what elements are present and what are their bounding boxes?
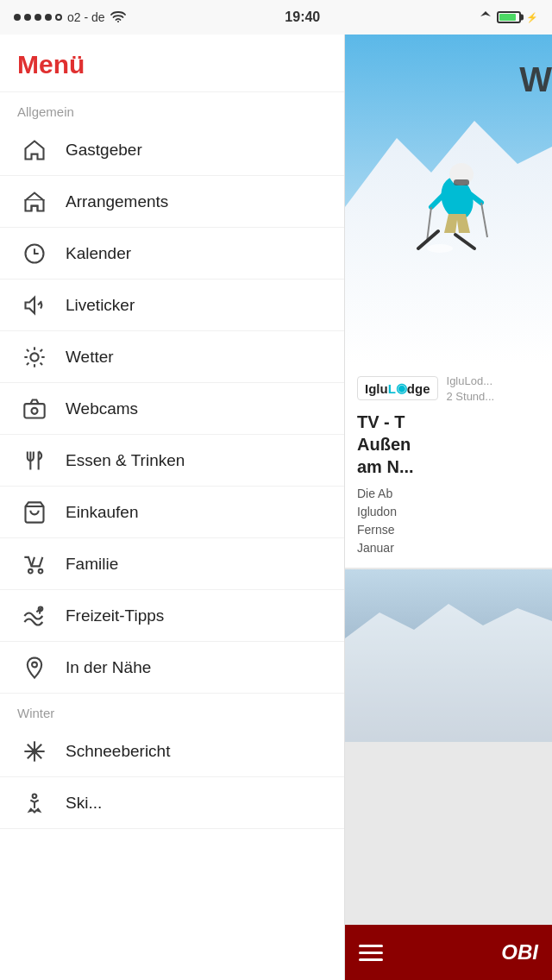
menu-item-schneebericht[interactable]: Schneebericht — [0, 726, 344, 777]
card-title: TV - TAußenam N... — [357, 411, 540, 478]
iglu-logo-row: Iglu L ◉ dge IgluLod... 2 Stund... — [357, 373, 540, 404]
ski-hero-image: W — [345, 35, 552, 362]
ham-line-1 — [359, 945, 383, 947]
signal-dots — [14, 14, 62, 21]
menu-label-gastgeber: Gastgeber — [66, 141, 142, 160]
menu-item-einkaufen[interactable]: Einkaufen — [0, 487, 344, 538]
iglu-meta: IgluLod... 2 Stund... — [447, 373, 495, 404]
menu-item-arrangements[interactable]: Arrangements — [0, 176, 344, 228]
pin-icon — [17, 650, 52, 685]
status-bar: o2 - de 19:40 ⚡ — [0, 0, 552, 35]
bottom-content-image — [345, 569, 552, 742]
menu-label-liveticker: Liveticker — [66, 296, 135, 315]
svg-point-2 — [30, 353, 38, 361]
svg-line-7 — [27, 349, 28, 350]
hamburger-button[interactable] — [359, 945, 383, 961]
menu-item-naehe[interactable]: In der Nähe — [0, 642, 344, 694]
content-card: Iglu L ◉ dge IgluLod... 2 Stund... TV - … — [345, 362, 552, 568]
home2-icon — [17, 185, 52, 219]
dot-1 — [14, 14, 21, 21]
menu-item-essen[interactable]: Essen & Trinken — [0, 435, 344, 487]
obi-label: OBI — [501, 940, 538, 964]
menu-label-naehe: In der Nähe — [66, 658, 151, 677]
stroller-icon — [17, 547, 52, 581]
right-panel: W Iglu L ◉ dge IgluLod... 2 Stund... TV … — [345, 35, 552, 980]
swimming-icon — [17, 599, 52, 633]
megaphone-icon — [17, 288, 52, 323]
svg-point-16 — [28, 569, 33, 573]
wifi-icon — [110, 10, 126, 25]
menu-label-kalender: Kalender — [66, 244, 131, 263]
iglu-o: L — [388, 381, 396, 396]
camera-icon — [17, 392, 52, 426]
bottom-bar: OBI — [345, 925, 552, 980]
menu-label-essen: Essen & Trinken — [66, 451, 185, 470]
clock-icon — [17, 236, 52, 271]
dot-2 — [24, 14, 31, 21]
dot-4 — [45, 14, 52, 21]
carrier-label: o2 - de — [67, 10, 105, 24]
dot-5 — [55, 14, 62, 21]
menu-title: Menü — [0, 35, 344, 92]
status-time: 19:40 — [285, 9, 320, 25]
section-allgemein-label: Allgemein — [0, 92, 344, 124]
card-desc: Die AbIgludonFernseJanuar — [357, 485, 540, 557]
menu-item-gastgeber[interactable]: Gastgeber — [0, 124, 344, 176]
menu-item-skilifte[interactable]: Ski... — [0, 777, 344, 829]
menu-label-skilifte: Ski... — [66, 794, 102, 813]
ham-line-2 — [359, 952, 383, 954]
menu-label-einkaufen: Einkaufen — [66, 503, 139, 522]
menu-item-webcams[interactable]: Webcams — [0, 383, 344, 435]
svg-rect-11 — [24, 404, 44, 418]
svg-line-10 — [27, 362, 28, 364]
menu-item-wetter[interactable]: Wetter — [0, 331, 344, 383]
menu-label-familie: Familie — [66, 555, 118, 574]
svg-point-17 — [39, 569, 43, 573]
svg-line-8 — [41, 362, 42, 364]
svg-rect-29 — [454, 179, 469, 185]
svg-point-12 — [32, 407, 38, 413]
sun-icon — [17, 340, 52, 374]
battery-icon — [497, 11, 521, 23]
svg-point-32 — [427, 244, 453, 253]
battery-fill — [499, 14, 516, 21]
iglu-name-overflow: IgluLod... — [447, 374, 493, 387]
menu-label-wetter: Wetter — [66, 348, 114, 367]
menu-label-arrangements: Arrangements — [66, 192, 168, 211]
svg-point-19 — [32, 662, 37, 667]
main-layout: Menü Allgemein Gastgeber Arrangements Ka… — [0, 35, 552, 980]
snowflake-icon — [17, 734, 52, 769]
menu-item-freizeit[interactable]: Freizeit-Tipps — [0, 590, 344, 642]
bag-icon — [17, 495, 52, 530]
iglu-time: 2 Stund... — [447, 390, 495, 403]
status-left: o2 - de — [14, 10, 126, 25]
menu-item-kalender[interactable]: Kalender — [0, 228, 344, 280]
menu-item-liveticker[interactable]: Liveticker — [0, 280, 344, 331]
dot-3 — [34, 14, 41, 21]
iglu-dot: ◉ — [396, 380, 407, 396]
charging-icon: ⚡ — [526, 12, 538, 23]
section-winter-label: Winter — [0, 694, 344, 726]
home-icon — [17, 133, 52, 167]
status-right: ⚡ — [480, 10, 538, 25]
menu-label-webcams: Webcams — [66, 399, 138, 418]
svg-point-0 — [117, 21, 119, 22]
ham-line-3 — [359, 958, 383, 961]
menu-label-freizeit: Freizeit-Tipps — [66, 606, 164, 625]
svg-line-9 — [41, 349, 42, 350]
sidebar-menu: Menü Allgemein Gastgeber Arrangements Ka… — [0, 35, 345, 980]
utensils-icon — [17, 443, 52, 478]
location-icon — [480, 10, 492, 25]
iglu-text: Iglu — [365, 381, 388, 396]
iglu-dge: dge — [407, 381, 430, 396]
svg-point-25 — [33, 794, 37, 798]
menu-item-familie[interactable]: Familie — [0, 538, 344, 590]
iglu-lodge-logo: Iglu L ◉ dge — [357, 376, 438, 400]
menu-label-schneebericht: Schneebericht — [66, 742, 170, 761]
ski-icon — [17, 786, 52, 820]
